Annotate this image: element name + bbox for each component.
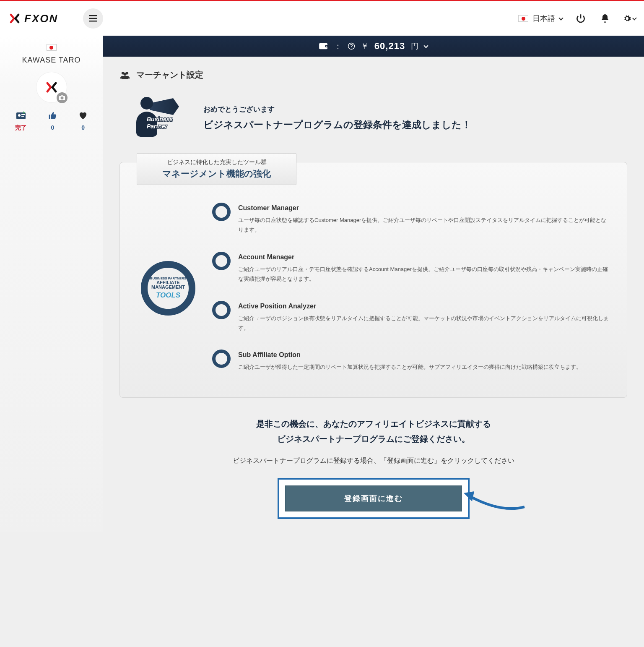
logo-mark-icon (8, 12, 21, 25)
stat-hearts-value: 0 (81, 124, 85, 131)
stat-complete-label: 完了 (15, 124, 27, 132)
main-content: ： ￥ 60,213 円 マーチャント設定 BusinessPartner (103, 36, 644, 532)
tool-title: Sub Affiliate Option (238, 351, 610, 359)
user-sidebar: KAWASE TARO 完了 (0, 36, 103, 532)
tool-item: Sub Affiliate Option ご紹介ユーザが獲得した一定期間のリベー… (212, 351, 610, 372)
svg-rect-1 (89, 18, 97, 19)
tool-desc: ご紹介ユーザのリアル口座・デモ口座状態を確認するAccount Managerを… (238, 264, 610, 284)
svg-point-14 (123, 72, 126, 75)
tool-item: Account Manager ご紹介ユーザのリアル口座・デモ口座状態を確認する… (212, 253, 610, 284)
menu-toggle-button[interactable] (83, 8, 103, 29)
change-avatar-button[interactable] (57, 92, 68, 103)
japan-flag-icon (518, 15, 528, 22)
svg-rect-5 (21, 114, 25, 115)
balance-amount: 60,213 (374, 41, 405, 52)
user-country-flag-icon (47, 44, 57, 51)
bell-icon (600, 13, 610, 23)
stat-complete: 完了 (15, 111, 27, 132)
help-icon (348, 42, 355, 50)
svg-point-11 (351, 48, 352, 49)
chevron-down-icon (632, 16, 636, 20)
tools-hub: BUSINESS PARTNERS AFFILIATE MANAGEMENT T… (137, 261, 200, 316)
balance-currency: ￥ (361, 41, 369, 51)
congrats-section: BusinessPartner おめでとうございます ビジネスパートナープログラ… (119, 95, 627, 141)
heart-icon (78, 111, 88, 120)
hamburger-icon (89, 15, 97, 22)
language-label: 日本語 (532, 13, 555, 23)
balance-bar[interactable]: ： ￥ 60,213 円 (103, 36, 644, 57)
svg-rect-6 (21, 116, 24, 117)
tool-node-icon (212, 350, 231, 368)
hub-label-2: AFFILIATE MANAGEMENT (148, 280, 189, 290)
svg-rect-0 (89, 15, 97, 16)
cta-instruction: ビジネスパートナープログラムに登録する場合、「登録画面に進む」をクリックしてくだ… (128, 457, 619, 465)
stat-hearts: 0 (78, 111, 88, 132)
tool-node-icon (212, 252, 231, 270)
tool-node-icon (212, 301, 231, 319)
features-badge-title: マネージメント機能の強化 (162, 168, 271, 180)
gear-icon (623, 13, 631, 24)
svg-point-9 (326, 46, 327, 47)
wallet-icon (319, 42, 328, 50)
tool-item: Active Position Analyzer ご紹介ユーザのポジション保有状… (212, 303, 610, 333)
stat-thumbs-value: 0 (51, 124, 55, 131)
hub-label-3: TOOLS (156, 291, 180, 300)
proceed-registration-button[interactable]: 登録画面に進む (285, 485, 462, 511)
cta-section: 是非この機会に、あなたのアフィリエイトビジネスに貢献するビジネスパートナープログ… (119, 416, 627, 519)
svg-point-4 (18, 114, 21, 117)
notifications-button[interactable] (599, 12, 611, 25)
power-button[interactable] (574, 12, 587, 25)
tools-hub-circle-icon: BUSINESS PARTNERS AFFILIATE MANAGEMENT T… (141, 261, 195, 316)
avatar-logo-icon (43, 79, 60, 96)
cta-button-highlight: 登録画面に進む (278, 478, 470, 519)
stat-thumbs: 0 (48, 111, 57, 132)
language-selector[interactable]: 日本語 (518, 13, 563, 23)
pointer-arrow-icon (460, 484, 527, 513)
tool-desc: ご紹介ユーザが獲得した一定期間のリベート加算状況を把握することが可能。サブアフィ… (238, 362, 610, 372)
balance-unit: 円 (411, 41, 418, 51)
balance-sep: ： (334, 41, 342, 51)
tool-desc: ご紹介ユーザのポジション保有状態をリアルタイムに把握することが可能。マーケットの… (238, 313, 610, 333)
user-name: KAWASE TARO (22, 56, 80, 65)
settings-button[interactable] (623, 12, 636, 25)
tool-desc: ユーザ毎の口座状態を確認するCustomer Managerを提供。ご紹介ユーザ… (238, 215, 610, 235)
tool-node-icon (212, 203, 231, 221)
tool-item: Customer Manager ユーザ毎の口座状態を確認するCustomer … (212, 204, 610, 235)
brand-logo[interactable]: FXON (8, 12, 58, 25)
features-badge: ビジネスに特化した充実したツール群 マネージメント機能の強化 (137, 153, 296, 185)
features-badge-subtitle: ビジネスに特化した充実したツール群 (162, 159, 271, 166)
page-title-row: マーチャント設定 (119, 69, 627, 81)
id-badge-icon (16, 111, 26, 120)
tool-title: Active Position Analyzer (238, 303, 610, 310)
page-title: マーチャント設定 (136, 69, 203, 81)
brand-name: FXON (24, 12, 58, 25)
congrats-subtitle: おめでとうございます (203, 104, 627, 114)
tool-title: Customer Manager (238, 204, 610, 212)
congrats-title: ビジネスパートナープログラムの登録条件を達成しました！ (203, 118, 627, 131)
site-header: FXON 日本語 (0, 1, 644, 36)
svg-rect-2 (89, 21, 97, 22)
chevron-down-icon (558, 16, 563, 20)
chevron-down-icon (423, 43, 428, 48)
tools-list: Customer Manager ユーザ毎の口座状態を確認するCustomer … (212, 204, 610, 372)
business-partner-figure-icon: BusinessPartner (132, 95, 191, 141)
thumbs-up-icon (48, 111, 57, 120)
cta-heading: 是非この機会に、あなたのアフィリエイトビジネスに貢献するビジネスパートナープログ… (128, 416, 619, 446)
avatar[interactable] (36, 72, 67, 102)
power-icon (575, 13, 586, 24)
tool-title: Account Manager (238, 253, 610, 261)
people-icon (119, 71, 130, 79)
camera-icon (59, 95, 65, 100)
features-card: ビジネスに特化した充実したツール群 マネージメント機能の強化 BUSINESS … (119, 162, 627, 398)
svg-rect-3 (16, 112, 26, 119)
